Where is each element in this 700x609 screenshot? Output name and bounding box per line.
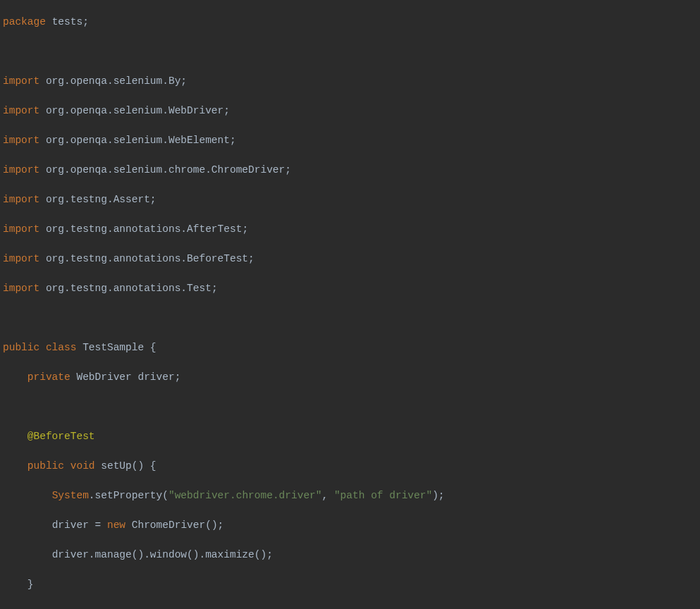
code-editor[interactable]: package tests; import org.openqa.seleniu… bbox=[0, 0, 700, 609]
keyword-private: private bbox=[27, 371, 70, 383]
keyword-class: class bbox=[46, 342, 77, 353]
string-literal: "path of driver" bbox=[334, 490, 432, 501]
keyword-import: import bbox=[3, 283, 39, 294]
import-path: org.testng.annotations.BeforeTest bbox=[46, 253, 248, 264]
annotation-beforetest: @BeforeTest bbox=[27, 431, 95, 442]
keyword-public: public bbox=[27, 460, 64, 472]
keyword-void: void bbox=[70, 460, 95, 472]
keyword-import: import bbox=[3, 194, 39, 205]
field-name: driver bbox=[137, 371, 174, 383]
keyword-import: import bbox=[3, 223, 39, 235]
field-type: WebDriver bbox=[76, 371, 131, 383]
keyword-import: import bbox=[3, 253, 39, 264]
method-call: .setProperty( bbox=[89, 490, 168, 501]
keyword-import: import bbox=[3, 164, 39, 176]
keyword-package: package bbox=[3, 16, 46, 27]
statement: driver.manage().window().maximize(); bbox=[52, 549, 273, 560]
import-path: org.testng.annotations.Test bbox=[46, 283, 211, 294]
assign: driver = bbox=[52, 519, 107, 531]
import-path: org.openqa.selenium.chrome.ChromeDriver bbox=[46, 164, 285, 176]
method-setup: setUp bbox=[101, 460, 132, 472]
system-class: System bbox=[52, 490, 89, 501]
package-name: tests bbox=[52, 16, 83, 27]
keyword-public: public bbox=[3, 342, 39, 353]
import-path: org.testng.Assert bbox=[46, 194, 150, 205]
import-path: org.openqa.selenium.WebElement bbox=[46, 135, 230, 146]
import-path: org.openqa.selenium.By bbox=[46, 75, 180, 87]
class-name: TestSample bbox=[82, 342, 144, 353]
keyword-new: new bbox=[107, 519, 125, 531]
code-content[interactable]: package tests; import org.openqa.seleniu… bbox=[0, 0, 700, 609]
keyword-import: import bbox=[3, 105, 39, 116]
string-literal: "webdriver.chrome.driver" bbox=[168, 490, 322, 501]
import-path: org.testng.annotations.AfterTest bbox=[46, 223, 242, 235]
import-path: org.openqa.selenium.WebDriver bbox=[46, 105, 223, 116]
constructor: ChromeDriver bbox=[132, 519, 205, 531]
keyword-import: import bbox=[3, 135, 39, 146]
keyword-import: import bbox=[3, 75, 39, 87]
